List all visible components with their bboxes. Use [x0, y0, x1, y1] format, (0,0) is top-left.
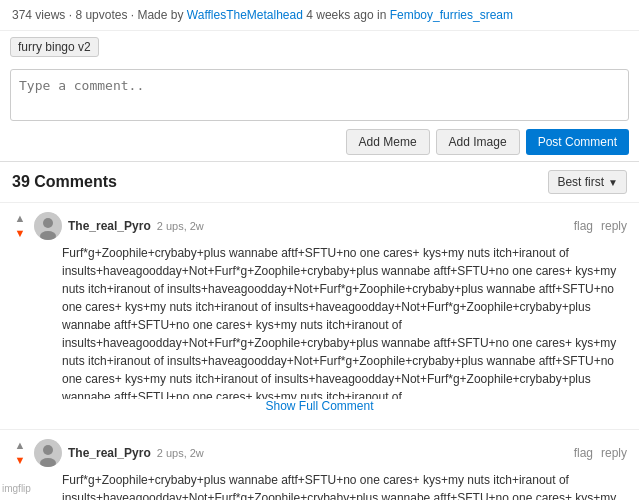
community-link[interactable]: Femboy_furries_sream — [390, 8, 513, 22]
upvotes-count: 8 upvotes — [75, 8, 127, 22]
avatar — [34, 212, 62, 240]
post-comment-button[interactable]: Post Comment — [526, 129, 629, 155]
comment-actions-right: flag reply — [574, 219, 627, 233]
comment-user-left: ▲ ▼ The_real_Pyro 2 ups, 2w — [12, 211, 204, 240]
comment-username: The_real_Pyro — [68, 446, 151, 460]
comment-text: Furf*g+Zoophile+crybaby+plus wannabe aft… — [62, 471, 627, 500]
sort-dropdown[interactable]: Best first ▼ — [548, 170, 627, 194]
post-tag[interactable]: furry bingo v2 — [10, 37, 99, 57]
chevron-down-icon: ▼ — [608, 177, 618, 188]
comment-box-area: Add Meme Add Image Post Comment — [0, 63, 639, 162]
sort-label: Best first — [557, 175, 604, 189]
comment-actions-right: flag reply — [574, 446, 627, 460]
comment-meta: 2 ups, 2w — [157, 220, 204, 232]
comment-user-left: ▲ ▼ The_real_Pyro 2 ups, 2w — [12, 438, 204, 467]
views-count: 374 views — [12, 8, 65, 22]
comment-meta: 2 ups, 2w — [157, 447, 204, 459]
comment-block: ▲ ▼ The_real_Pyro 2 ups, 2w flag reply F — [0, 203, 639, 430]
comments-title: 39 Comments — [12, 173, 117, 191]
vote-arrows: ▲ ▼ — [12, 211, 28, 240]
comments-list: ▲ ▼ The_real_Pyro 2 ups, 2w flag reply F — [0, 203, 639, 500]
comment-textarea[interactable] — [10, 69, 629, 121]
add-meme-button[interactable]: Add Meme — [346, 129, 430, 155]
downvote-arrow[interactable]: ▼ — [12, 226, 28, 240]
upvote-arrow[interactable]: ▲ — [12, 211, 28, 225]
comment-text: Furf*g+Zoophile+crybaby+plus wannabe aft… — [62, 244, 627, 399]
upvote-arrow[interactable]: ▲ — [12, 438, 28, 452]
comment-action-buttons: Add Meme Add Image Post Comment — [10, 129, 629, 155]
vote-arrows: ▲ ▼ — [12, 438, 28, 467]
svg-point-1 — [43, 218, 53, 228]
comment-user-row: ▲ ▼ The_real_Pyro 2 ups, 2w flag reply — [12, 438, 627, 467]
downvote-arrow[interactable]: ▼ — [12, 453, 28, 467]
meta-bar: 374 views · 8 upvotes · Made by WafflesT… — [0, 0, 639, 31]
in-label: in — [377, 8, 386, 22]
author-link[interactable]: WafflesTheMetalhead — [187, 8, 303, 22]
svg-point-4 — [43, 445, 53, 455]
comment-user-row: ▲ ▼ The_real_Pyro 2 ups, 2w flag reply — [12, 211, 627, 240]
time-label: 4 weeks ago — [306, 8, 373, 22]
imgflip-logo: imgflip — [2, 483, 31, 494]
comment-block: ▲ ▼ The_real_Pyro 2 ups, 2w flag reply F — [0, 430, 639, 500]
add-image-button[interactable]: Add Image — [436, 129, 520, 155]
reply-link[interactable]: reply — [601, 446, 627, 460]
comment-username: The_real_Pyro — [68, 219, 151, 233]
made-by-label: Made by — [137, 8, 183, 22]
flag-link[interactable]: flag — [574, 446, 593, 460]
flag-link[interactable]: flag — [574, 219, 593, 233]
comments-header: 39 Comments Best first ▼ — [0, 162, 639, 203]
reply-link[interactable]: reply — [601, 219, 627, 233]
avatar — [34, 439, 62, 467]
